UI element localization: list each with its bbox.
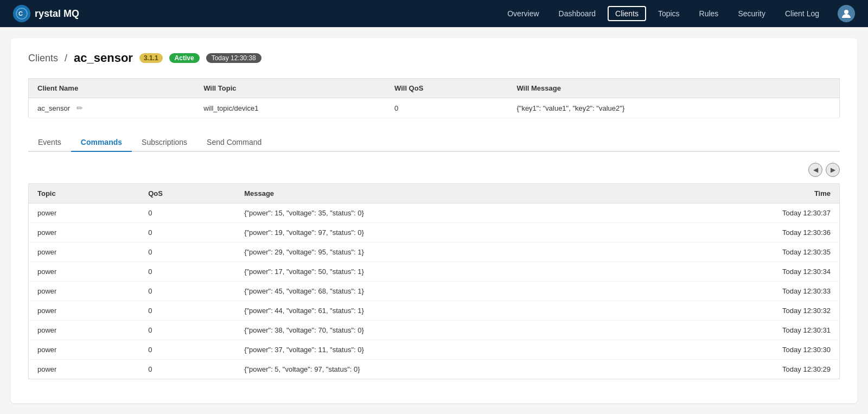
table-row: power0{"power": 37, "voltage": 11, "stat…: [29, 340, 840, 360]
row-qos: 0: [139, 223, 235, 243]
table-row: power0{"power": 15, "voltage": 35, "stat…: [29, 203, 840, 223]
row-time: Today 12:30:29: [641, 360, 840, 379]
table-row: power0{"power": 5, "voltage": 97, "statu…: [29, 360, 840, 379]
row-qos: 0: [139, 203, 235, 223]
client-will-topic: will_topic/device1: [195, 98, 386, 118]
brand: C rystal MQ: [13, 5, 79, 22]
row-message: {"power": 45, "voltage": 68, "status": 1…: [235, 282, 641, 301]
edit-icon[interactable]: ✏: [76, 104, 83, 112]
cmd-col-topic: Topic: [29, 184, 140, 203]
table-row: power0{"power": 29, "voltage": 95, "stat…: [29, 243, 840, 262]
row-message: {"power": 38, "voltage": 70, "status": 0…: [235, 321, 641, 340]
svg-text:C: C: [18, 10, 23, 17]
scroll-left-button[interactable]: ◀: [808, 163, 822, 177]
row-qos: 0: [139, 340, 235, 360]
nav-dashboard[interactable]: Dashboard: [551, 6, 604, 21]
client-name-cell: ac_sensor ✏: [29, 98, 195, 118]
navbar: C rystal MQ Overview Dashboard Clients T…: [0, 0, 868, 27]
row-time: Today 12:30:30: [641, 340, 840, 360]
row-time: Today 12:30:31: [641, 321, 840, 340]
brand-text: rystal MQ: [35, 8, 79, 20]
row-topic: power: [29, 321, 140, 340]
row-topic: power: [29, 203, 140, 223]
col-client-name: Client Name: [29, 79, 195, 98]
row-message: {"power": 5, "voltage": 97, "status": 0}: [235, 360, 641, 379]
page-header: Clients / ac_sensor 3.1.1 Active Today 1…: [28, 51, 840, 65]
row-qos: 0: [139, 321, 235, 340]
cmd-col-message: Message: [235, 184, 641, 203]
row-time: Today 12:30:37: [641, 203, 840, 223]
status-badge: Active: [169, 53, 200, 63]
row-message: {"power": 29, "voltage": 95, "status": 1…: [235, 243, 641, 262]
col-will-message: Will Message: [508, 79, 839, 98]
row-message: {"power": 44, "voltage": 61, "status": 1…: [235, 301, 641, 321]
main-content: Clients / ac_sensor 3.1.1 Active Today 1…: [11, 38, 857, 403]
col-will-qos: Will QoS: [386, 79, 508, 98]
tab-send-command[interactable]: Send Command: [197, 133, 271, 152]
client-row: ac_sensor ✏ will_topic/device1 0 {"key1"…: [29, 98, 840, 118]
version-badge: 3.1.1: [139, 53, 163, 63]
row-time: Today 12:30:35: [641, 243, 840, 262]
row-qos: 0: [139, 282, 235, 301]
table-row: power0{"power": 44, "voltage": 61, "stat…: [29, 301, 840, 321]
row-topic: power: [29, 301, 140, 321]
row-topic: power: [29, 243, 140, 262]
user-avatar[interactable]: [838, 5, 855, 22]
cmd-col-qos: QoS: [139, 184, 235, 203]
row-topic: power: [29, 223, 140, 243]
row-topic: power: [29, 282, 140, 301]
row-time: Today 12:30:32: [641, 301, 840, 321]
cmd-col-time: Time: [641, 184, 840, 203]
row-time: Today 12:30:36: [641, 223, 840, 243]
table-row: power0{"power": 38, "voltage": 70, "stat…: [29, 321, 840, 340]
row-time: Today 12:30:34: [641, 262, 840, 282]
nav-topics[interactable]: Topics: [650, 6, 687, 21]
breadcrumb-parent: Clients: [28, 53, 58, 64]
svg-point-2: [844, 10, 848, 14]
breadcrumb-separator: /: [65, 53, 67, 64]
table-row: power0{"power": 19, "voltage": 97, "stat…: [29, 223, 840, 243]
client-info-table: Client Name Will Topic Will QoS Will Mes…: [28, 78, 840, 118]
tab-subscriptions[interactable]: Subscriptions: [132, 133, 197, 152]
row-message: {"power": 15, "voltage": 35, "status": 0…: [235, 203, 641, 223]
row-message: {"power": 37, "voltage": 11, "status": 0…: [235, 340, 641, 360]
table-row: power0{"power": 45, "voltage": 68, "stat…: [29, 282, 840, 301]
logo-icon: C: [13, 5, 30, 22]
nav-rules[interactable]: Rules: [692, 6, 726, 21]
scroll-controls: ◀ ▶: [28, 163, 840, 177]
nav-clients[interactable]: Clients: [608, 6, 646, 21]
tabs-bar: Events Commands Subscriptions Send Comma…: [28, 133, 840, 152]
tab-commands[interactable]: Commands: [71, 133, 132, 152]
tab-events[interactable]: Events: [28, 133, 71, 152]
nav-overview[interactable]: Overview: [500, 6, 546, 21]
scroll-right-button[interactable]: ▶: [826, 163, 840, 177]
row-topic: power: [29, 340, 140, 360]
client-will-qos: 0: [386, 98, 508, 118]
row-qos: 0: [139, 301, 235, 321]
nav-client-log[interactable]: Client Log: [777, 6, 827, 21]
row-qos: 0: [139, 243, 235, 262]
row-time: Today 12:30:33: [641, 282, 840, 301]
row-message: {"power": 17, "voltage": 50, "status": 1…: [235, 262, 641, 282]
row-topic: power: [29, 360, 140, 379]
breadcrumb-child: ac_sensor: [74, 51, 133, 65]
commands-table: Topic QoS Message Time power0{"power": 1…: [28, 183, 840, 379]
table-row: power0{"power": 17, "voltage": 50, "stat…: [29, 262, 840, 282]
row-qos: 0: [139, 262, 235, 282]
col-will-topic: Will Topic: [195, 79, 386, 98]
row-qos: 0: [139, 360, 235, 379]
time-badge: Today 12:30:38: [206, 53, 261, 63]
row-message: {"power": 19, "voltage": 97, "status": 0…: [235, 223, 641, 243]
nav-security[interactable]: Security: [730, 6, 773, 21]
client-will-message: {"key1": "value1", "key2": "value2"}: [508, 98, 839, 118]
row-topic: power: [29, 262, 140, 282]
